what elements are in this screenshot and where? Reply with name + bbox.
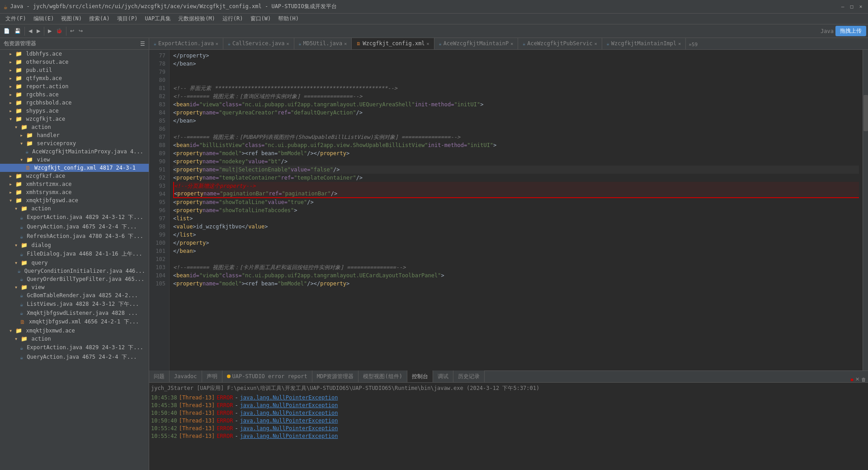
sidebar-item[interactable]: ▸ 📁 handler bbox=[0, 131, 149, 139]
tab-close-btn[interactable]: ✕ bbox=[678, 41, 681, 46]
menu-item-window[interactable]: 窗口(W) bbox=[247, 14, 275, 24]
sidebar-item[interactable]: ☕ QueryConditionInitializer.java 446... bbox=[0, 267, 149, 275]
scroll-thumb[interactable] bbox=[863, 95, 868, 131]
menu-item-meta[interactable]: 元数据校验(M) bbox=[175, 14, 219, 24]
tab-config-xml[interactable]: 🗎 Wzcgfkjt_config.xml ✕ bbox=[352, 38, 434, 49]
bottom-tab-history[interactable]: 历史记录 bbox=[453, 370, 485, 382]
menu-item-run[interactable]: 运行(R) bbox=[219, 14, 247, 24]
tab-close-btn[interactable]: ✕ bbox=[594, 41, 597, 46]
maximize-btn[interactable]: □ bbox=[848, 3, 855, 10]
tab-close-btn[interactable]: ✕ bbox=[344, 41, 347, 46]
tab-acemaintain[interactable]: ☕ AceWzcgfkjtMaintainP ✕ bbox=[434, 38, 519, 49]
sidebar-item[interactable]: ▸ 📁 qtfymxb.ace bbox=[0, 74, 149, 82]
tab-more[interactable]: »59 bbox=[686, 40, 700, 49]
sidebar-item[interactable]: 🗎 xmqktjbfgswd.xml 4656 24-2-1 下... bbox=[0, 317, 149, 327]
tab-close-btn[interactable]: ✕ bbox=[287, 41, 289, 46]
log-msg[interactable]: java.lang.NullPointerException bbox=[240, 417, 338, 424]
sidebar-item[interactable]: ▸ 📁 rgcbhs.ace bbox=[0, 90, 149, 99]
menu-item-help[interactable]: 帮助(H) bbox=[274, 14, 302, 24]
bottom-tab-console[interactable]: 控制台 bbox=[407, 370, 433, 382]
toolbar-btn-save[interactable]: 💾 bbox=[13, 27, 23, 35]
vertical-scrollbar[interactable] bbox=[863, 50, 868, 370]
toolbar-btn-new[interactable]: 📄 bbox=[2, 27, 12, 35]
log-msg[interactable]: java.lang.NullPointerException bbox=[240, 432, 338, 440]
sidebar-item[interactable]: ▸ 📁 othersout.ace bbox=[0, 58, 149, 66]
tab-maintainimpl[interactable]: ☕ WzcgfkjtMaintainImpl ✕ bbox=[602, 38, 686, 49]
menu-item-file[interactable]: 文件(F) bbox=[2, 14, 30, 24]
menu-item-project[interactable]: 项目(P) bbox=[113, 14, 142, 24]
bottom-tab-mdp[interactable]: MDP资源管理器 bbox=[312, 370, 359, 382]
connect-button[interactable]: 拖拽上传 bbox=[835, 26, 866, 36]
tab-close-btn[interactable]: ✕ bbox=[510, 41, 513, 46]
sidebar-item[interactable]: ▸ 📁 pub.util bbox=[0, 66, 149, 74]
bottom-tab-javadoc[interactable]: Javadoc bbox=[170, 370, 202, 382]
toolbar-btn-undo[interactable]: ↩ bbox=[68, 27, 76, 35]
tab-close-btn[interactable]: ✕ bbox=[427, 41, 429, 46]
sidebar-item[interactable]: ▸ 📁 ldbhfys.ace bbox=[0, 50, 149, 58]
stop-btn[interactable]: ■ bbox=[850, 377, 854, 382]
tab-close-btn[interactable]: ✕ bbox=[216, 41, 218, 46]
sidebar-item[interactable]: ☕ ExportAction.java 4829 24-3-12 下... bbox=[0, 343, 149, 352]
log-msg[interactable]: java.lang.NullPointerException bbox=[240, 402, 338, 409]
sidebar-item[interactable]: ▾ 📁 serviceproxy bbox=[0, 139, 149, 147]
sidebar-item-wzcgfkjt[interactable]: ▾ 📁 wzcgfkjt.ace bbox=[0, 115, 149, 123]
sidebar-item[interactable]: ☕ GcBomTableRender.java 4825 24-2... bbox=[0, 291, 149, 299]
sidebar-item-view[interactable]: ▾ 📁 view bbox=[0, 156, 149, 164]
log-msg[interactable]: java.lang.NullPointerException bbox=[240, 394, 338, 401]
sidebar-item-query[interactable]: ▾ 📁 query bbox=[0, 259, 149, 267]
close-btn[interactable]: ✕ bbox=[857, 3, 864, 10]
sidebar-item[interactable]: ☕ FileDialog.java 4468 24-1-16 上午... bbox=[0, 249, 149, 259]
toolbar-btn-debug[interactable]: 🐞 bbox=[54, 27, 64, 35]
sidebar-item[interactable]: ☕ ListViews.java 4828 24-3-12 下午... bbox=[0, 299, 149, 309]
sidebar-item-xmqkt-action[interactable]: ▾ 📁 action bbox=[0, 204, 149, 213]
toolbar-btn-redo[interactable]: ↪ bbox=[77, 27, 85, 35]
sidebar-item-xmqkt[interactable]: ▾ 📁 xmqktjbfgswd.ace bbox=[0, 196, 149, 204]
sidebar-item-action[interactable]: ▾ 📁 action bbox=[0, 123, 149, 131]
toolbar-btn-run[interactable]: ▶ bbox=[46, 27, 53, 35]
minimize-btn[interactable]: — bbox=[839, 3, 846, 10]
sidebar-item[interactable]: ☕ RefreshAction.java 4780 24-3-6 下... bbox=[0, 232, 149, 241]
sidebar-item[interactable]: ☕ ExportAction.java 4829 24-3-12 下... bbox=[0, 213, 149, 222]
bottom-tab-error-report[interactable]: UAP-STUDIO error report bbox=[222, 370, 312, 382]
sidebar-item[interactable]: ▸ 📁 report.action bbox=[0, 82, 149, 90]
clear-btn[interactable]: 🗑 bbox=[861, 377, 866, 382]
bottom-tab-debug[interactable]: 调试 bbox=[433, 370, 453, 382]
toolbar-btn-forward[interactable]: ▶ bbox=[35, 27, 42, 35]
sidebar-item[interactable]: ☕ XmqktjbfgswdListener.java 4828 ... bbox=[0, 309, 149, 317]
code-line-90: <property name="nodekey" value="bt" /> bbox=[173, 157, 859, 166]
sidebar-item[interactable]: ▸ 📁 xmhtsrtzmx.ace bbox=[0, 180, 149, 188]
menu-item-view[interactable]: 视图(N) bbox=[57, 14, 85, 24]
log-msg[interactable]: java.lang.NullPointerException bbox=[240, 425, 338, 432]
toolbar-sep2 bbox=[44, 27, 44, 36]
tab-acepubserv[interactable]: ☕ AceWzcgfkjtPubServic ✕ bbox=[518, 38, 602, 49]
terminate-btn[interactable]: ✕ bbox=[855, 376, 859, 382]
sidebar-item[interactable]: ▸ 📁 xmhtsrysmx.ace bbox=[0, 188, 149, 196]
sidebar-item[interactable]: ▸ 📁 wzcgfkzf.ace bbox=[0, 172, 149, 180]
code-text: /> bbox=[333, 166, 340, 174]
tab-call-service[interactable]: ☕ CallService.java ✕ bbox=[223, 38, 294, 49]
tab-export-action[interactable]: ☕ ExportAction.java ✕ bbox=[149, 38, 223, 49]
bottom-tab-problems[interactable]: 问题 bbox=[149, 370, 170, 382]
toolbar-btn-back[interactable]: ◀ bbox=[27, 27, 34, 35]
sidebar-item[interactable]: ▸ 📁 rgcbhsbold.ace bbox=[0, 99, 149, 107]
sidebar-item-xmqktbxmwd[interactable]: ▾ 📁 xmqktjbxmwd.ace bbox=[0, 327, 149, 335]
sidebar-item[interactable]: ☕ AceWzcgfkjtMaintainProxy.java 4... bbox=[0, 147, 149, 156]
menu-item-search[interactable]: 搜索(A) bbox=[85, 14, 113, 24]
sidebar-item[interactable]: ▸ 📁 shypys.ace bbox=[0, 107, 149, 115]
sidebar-item[interactable]: ☕ QueryAction.java 4675 24-2-4 下... bbox=[0, 222, 149, 232]
sidebar-item-dialog[interactable]: ▾ 📁 dialog bbox=[0, 241, 149, 249]
sidebar-item-config-xml[interactable]: 🗎 Wzcgfkjt_config.xml 4817 24-3-1 bbox=[0, 164, 149, 172]
menu-item-uap[interactable]: UAP工具集 bbox=[141, 14, 175, 24]
sidebar-item-view2[interactable]: ▾ 📁 view bbox=[0, 283, 149, 291]
bottom-tab-declare[interactable]: 声明 bbox=[202, 370, 222, 382]
sidebar-item[interactable]: ☕ QueryAction.java 4675 24-2-4 下... bbox=[0, 352, 149, 362]
bottom-tab-model[interactable]: 模型视图(组件) bbox=[359, 370, 407, 382]
tab-md5util[interactable]: ☕ MD5Util.java ✕ bbox=[294, 38, 352, 49]
sidebar-item-xmqktbxmwd-action[interactable]: ▾ 📁 action bbox=[0, 335, 149, 343]
menu-item-edit[interactable]: 编辑(E) bbox=[30, 14, 58, 24]
sidebar-menu-icon[interactable]: ☰ bbox=[140, 41, 145, 47]
log-msg[interactable]: java.lang.NullPointerException bbox=[240, 409, 338, 417]
sidebar-item[interactable]: ☕ QueryOrderBillTypeFilter.java 465... bbox=[0, 275, 149, 283]
code-body[interactable]: </property> </bean> <!-- 界面元 bbox=[170, 50, 863, 370]
code-val: "viewb" bbox=[199, 271, 222, 280]
